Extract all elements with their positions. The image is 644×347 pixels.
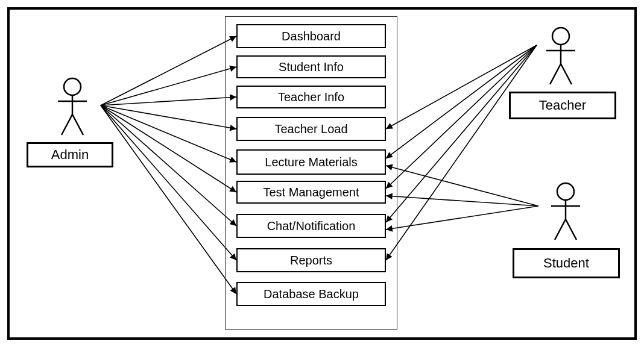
- connection-admin-to-teacher-load: [101, 105, 236, 129]
- connection-admin-to-reports: [101, 105, 236, 260]
- connection-teacher-to-chat-notification: [386, 45, 537, 222]
- svg-point-10: [557, 183, 574, 200]
- usecase-label: Database Backup: [264, 287, 359, 301]
- svg-point-5: [552, 28, 569, 45]
- usecase-label: Dashboard: [282, 30, 341, 43]
- connection-admin-to-dashboard: [101, 36, 236, 105]
- connection-admin-to-teacher-info: [101, 97, 236, 105]
- actor-teacher-icon: [546, 28, 575, 84]
- usecase-label: Teacher Load: [274, 122, 347, 136]
- actor-name: Admin: [51, 147, 89, 163]
- svg-line-13: [555, 219, 566, 240]
- connection-admin-to-chat-notification: [101, 105, 236, 226]
- actor-name: Student: [543, 255, 589, 271]
- usecase-student-info: Student Info: [236, 55, 386, 78]
- actor-admin-icon: [58, 78, 87, 135]
- connection-admin-to-test-management: [101, 105, 236, 192]
- svg-line-4: [72, 114, 83, 135]
- connection-teacher-to-reports: [386, 45, 537, 260]
- usecase-lecture-materials: Lecture Materials: [236, 149, 386, 175]
- usecase-test-management: Test Management: [236, 181, 386, 204]
- usecase-database-backup: Database Backup: [236, 282, 386, 306]
- actor-name: Teacher: [539, 98, 586, 113]
- usecase-chat-notification: Chat/Notification: [236, 214, 386, 238]
- connection-student-to-test-management: [386, 196, 538, 206]
- actor-teacher-label: Teacher: [509, 92, 616, 119]
- connection-student-to-lecture-materials: [386, 166, 538, 206]
- usecase-label: Reports: [290, 254, 332, 267]
- svg-point-0: [64, 78, 81, 95]
- connection-admin-to-student-info: [101, 67, 236, 105]
- actor-student-label: Student: [513, 248, 620, 278]
- actor-admin-label: Admin: [27, 142, 113, 167]
- svg-line-14: [566, 219, 576, 240]
- usecase-label: Test Management: [264, 186, 359, 199]
- usecase-label: Chat/Notification: [267, 219, 356, 233]
- usecase-reports: Reports: [236, 248, 386, 272]
- svg-line-3: [62, 114, 72, 135]
- svg-line-9: [561, 64, 572, 84]
- svg-line-8: [550, 64, 561, 84]
- usecase-label: Teacher Info: [278, 90, 344, 104]
- connection-student-to-chat-notification: [386, 206, 538, 230]
- actor-student-icon: [551, 183, 580, 240]
- usecase-dashboard: Dashboard: [236, 24, 386, 48]
- usecase-label: Lecture Materials: [265, 155, 357, 169]
- usecase-label: Student Info: [279, 60, 344, 74]
- usecase-teacher-load: Teacher Load: [236, 117, 386, 141]
- usecase-teacher-info: Teacher Info: [236, 86, 386, 108]
